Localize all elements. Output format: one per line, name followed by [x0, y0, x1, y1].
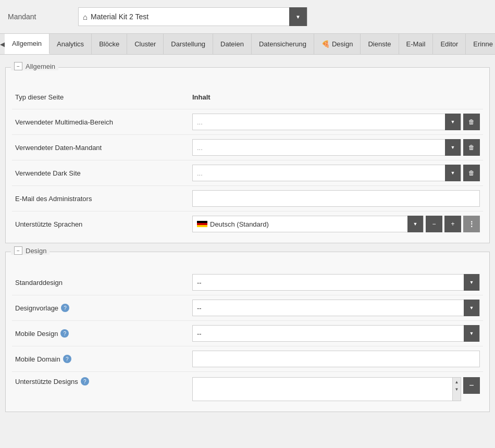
allgemein-collapse-button[interactable]: − — [14, 62, 22, 70]
flag-de-icon — [197, 221, 207, 228]
plus-icon: + — [451, 220, 454, 228]
designvorlage-select[interactable]: -- ▼ — [192, 300, 480, 316]
field-value-mobile-design: -- ▼ — [192, 325, 480, 342]
collapse-icon: − — [17, 64, 20, 69]
field-row-daten-mandant: Verwendeter Daten-Mandant ... ▼ 🗑 — [12, 135, 483, 160]
field-label-dark-site: Verwendete Dark Site — [15, 169, 192, 177]
field-value-unterstuetzte-designs: ▲ ▼ − — [192, 377, 480, 401]
unterstuetzte-designs-label-text: Unterstützte Designs — [15, 378, 78, 385]
standarddesign-dropdown-button[interactable]: ▼ — [464, 274, 479, 291]
field-row-designvorlage: Designvorlage ? -- ▼ — [12, 295, 483, 321]
field-row-typ: Typ dieser Seite Inhalt — [12, 85, 483, 109]
field-row-dark-site: Verwendete Dark Site ... ▼ 🗑 — [12, 160, 483, 186]
typ-label-text: Typ dieser Seite — [15, 93, 64, 101]
sprachen-label-text: Unterstützte Sprachen — [15, 220, 82, 228]
field-value-designvorlage: -- ▼ — [192, 300, 480, 316]
design-section-title: Design — [26, 247, 46, 255]
designvorlage-help-icon[interactable]: ? — [61, 304, 69, 312]
allgemein-section-content: Typ dieser Seite Inhalt Verwendeter Mult… — [6, 75, 489, 243]
tab-bloecke-label: Blöcke — [99, 40, 119, 48]
sprachen-dropdown-button[interactable]: ▼ — [407, 216, 423, 232]
multimedia-label-text: Verwendeter Multimedia-Bereich — [15, 118, 113, 126]
allgemein-section-header: − Allgemein — [11, 62, 58, 70]
tab-dienste[interactable]: Dienste — [361, 34, 399, 54]
field-row-mobile-domain: Mobile Domain ? — [12, 346, 483, 372]
tab-datensicherung[interactable]: Datensicherung — [252, 34, 314, 54]
field-row-standarddesign: Standarddesign -- ▼ — [12, 270, 483, 295]
design-collapse-icon: − — [17, 248, 20, 254]
tab-cluster-label: Cluster — [134, 40, 156, 48]
tab-allgemein[interactable]: Allgemein — [5, 34, 49, 54]
tab-erinne-label: Erinne — [473, 40, 493, 48]
mobile-design-dropdown-button[interactable]: ▼ — [464, 325, 479, 342]
tab-bar: ◀ Allgemein Analytics Blöcke Cluster Dar… — [0, 34, 495, 55]
mobile-domain-input[interactable] — [192, 351, 480, 367]
allgemein-section-title: Allgemein — [26, 63, 55, 70]
field-value-standarddesign: -- ▼ — [192, 274, 480, 291]
field-label-mobile-domain: Mobile Domain ? — [15, 355, 192, 363]
tab-design-label: Design — [332, 40, 353, 48]
field-row-multimedia: Verwendeter Multimedia-Bereich ... ▼ 🗑 — [12, 109, 483, 135]
dark-site-select[interactable]: ... ▼ — [192, 165, 461, 181]
design-collapse-button[interactable]: − — [14, 246, 22, 255]
tab-prev-button[interactable]: ◀ — [0, 34, 5, 54]
trash-icon-3: 🗑 — [468, 169, 475, 177]
mobile-design-select[interactable]: -- ▼ — [192, 325, 480, 342]
tab-darstellung[interactable]: Darstellung — [164, 34, 213, 54]
mobile-domain-label-text: Mobile Domain — [15, 355, 60, 363]
standarddesign-select-text: -- — [193, 279, 464, 287]
sprachen-extra-button[interactable]: ⋮ — [463, 216, 480, 232]
unterstuetzte-designs-help-icon[interactable]: ? — [81, 377, 89, 385]
mobile-domain-help-icon[interactable]: ? — [63, 355, 71, 363]
home-icon: ⌂ — [83, 13, 88, 21]
sprachen-select[interactable]: Deutsch (Standard) ▼ — [192, 216, 424, 232]
tab-cluster[interactable]: Cluster — [127, 34, 164, 54]
daten-mandant-dropdown-button[interactable]: ▼ — [445, 139, 461, 156]
field-label-email-admin: E-Mail des Administrators — [15, 195, 192, 203]
field-label-unterstuetzte-designs: Unterstützte Designs ? — [15, 377, 192, 385]
tab-email[interactable]: E-Mail — [399, 34, 434, 54]
dark-site-label-text: Verwendete Dark Site — [15, 169, 81, 177]
tab-email-label: E-Mail — [406, 40, 426, 48]
site-selector[interactable]: ⌂ Material Kit 2 Test — [78, 7, 307, 26]
field-label-standarddesign: Standarddesign — [15, 279, 192, 287]
multimedia-select[interactable]: ... ▼ — [192, 114, 461, 130]
tab-design[interactable]: 🍕 Design — [314, 34, 361, 54]
mandant-label: Mandant — [8, 13, 70, 21]
field-value-email-admin — [192, 190, 480, 207]
site-dropdown-button[interactable] — [289, 7, 307, 26]
unterstuetzte-designs-area[interactable]: ▲ ▼ — [192, 377, 461, 401]
standarddesign-label-text: Standarddesign — [15, 279, 63, 287]
daten-mandant-select-text: ... — [193, 144, 445, 152]
tab-dateien[interactable]: Dateien — [213, 34, 252, 54]
tab-analytics-label: Analytics — [57, 40, 84, 48]
tab-datensicherung-label: Datensicherung — [259, 40, 306, 48]
dark-site-dropdown-button[interactable]: ▼ — [445, 165, 461, 181]
unterstuetzte-designs-minus-button[interactable]: − — [463, 377, 480, 394]
tab-bloecke[interactable]: Blöcke — [92, 34, 127, 54]
field-value-daten-mandant: ... ▼ 🗑 — [192, 139, 480, 156]
tab-erinne[interactable]: Erinne — [466, 34, 495, 54]
dark-site-delete-button[interactable]: 🗑 — [463, 165, 480, 181]
site-name: Material Kit 2 Test — [91, 13, 148, 21]
sprachen-plus-button[interactable]: + — [444, 216, 461, 232]
multimedia-delete-button[interactable]: 🗑 — [463, 114, 480, 130]
email-admin-input[interactable] — [192, 190, 480, 207]
scroll-down-arrow[interactable]: ▼ — [454, 386, 460, 392]
daten-mandant-delete-button[interactable]: 🗑 — [463, 139, 480, 156]
tab-darstellung-label: Darstellung — [171, 40, 205, 48]
main-content: − Allgemein Typ dieser Seite Inhalt Verw… — [0, 55, 495, 448]
standarddesign-select[interactable]: -- ▼ — [192, 274, 480, 291]
field-label-daten-mandant: Verwendeter Daten-Mandant — [15, 144, 192, 152]
tab-editor-label: Editor — [440, 40, 458, 48]
scroll-up-arrow[interactable]: ▲ — [454, 379, 460, 385]
designvorlage-dropdown-button[interactable]: ▼ — [464, 300, 479, 316]
sprachen-minus-button[interactable]: − — [426, 216, 442, 232]
unterstuetzte-designs-input[interactable] — [193, 378, 452, 401]
daten-mandant-select[interactable]: ... ▼ — [192, 139, 461, 156]
tab-editor[interactable]: Editor — [433, 34, 466, 54]
multimedia-dropdown-button[interactable]: ▼ — [445, 114, 461, 130]
tab-analytics[interactable]: Analytics — [49, 34, 92, 54]
minus-icon: − — [432, 220, 436, 228]
mobile-design-help-icon[interactable]: ? — [60, 329, 69, 338]
